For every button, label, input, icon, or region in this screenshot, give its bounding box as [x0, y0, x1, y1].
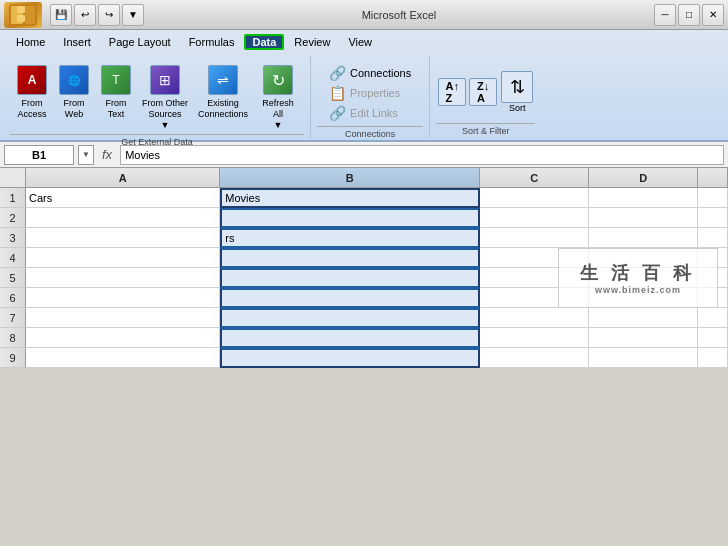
from-other-sources-button[interactable]: ⊞ From Other Sources ▼ [138, 62, 192, 132]
cell-e7 [698, 308, 728, 328]
cell-a1[interactable]: Cars [26, 188, 220, 208]
cell-a4[interactable] [26, 248, 220, 268]
sort-az-icon: A↑Z [438, 78, 466, 106]
sort-filter-group: A↑Z Z↓A ⇅ Sort Sort & Filter [430, 56, 541, 138]
from-other-sources-label: From Other Sources ▼ [142, 98, 188, 130]
svg-rect-4 [25, 6, 35, 24]
watermark-line1: 生 活 百 科 [580, 261, 695, 285]
from-web-button[interactable]: 🌐 From Web [54, 62, 94, 122]
row-number-8: 8 [0, 328, 26, 348]
cell-a6[interactable] [26, 288, 220, 308]
cell-e3 [698, 228, 728, 248]
name-box-dropdown[interactable]: ▼ [78, 145, 94, 165]
connections-label: Connections [350, 67, 411, 79]
formula-fx-icon: fx [102, 147, 112, 162]
cell-b7[interactable] [220, 308, 480, 328]
refresh-all-button[interactable]: ↻ Refresh All ▼ [254, 62, 302, 132]
customize-button[interactable]: ▼ [122, 4, 144, 26]
minimize-button[interactable]: ─ [654, 4, 676, 26]
row-number-4: 4 [0, 248, 26, 268]
sort-za-button[interactable]: Z↓A [469, 78, 497, 106]
undo-button[interactable]: ↩ [74, 4, 96, 26]
row-number-6: 6 [0, 288, 26, 308]
sort-button[interactable]: ⇅ Sort [501, 71, 533, 113]
cell-a2[interactable] [26, 208, 220, 228]
cell-d2[interactable] [589, 208, 698, 228]
col-header-c[interactable]: C [480, 168, 589, 188]
edit-links-icon: 🔗 [329, 105, 346, 121]
cell-b5[interactable] [220, 268, 480, 288]
from-access-button[interactable]: A From Access [12, 62, 52, 122]
table-row: 1 Cars Movies [0, 188, 728, 208]
row-number-2: 2 [0, 208, 26, 228]
cell-b8[interactable] [220, 328, 480, 348]
cell-c1[interactable] [480, 188, 589, 208]
get-external-data-group: A From Access 🌐 From Web [4, 56, 311, 138]
menu-home[interactable]: Home [8, 34, 53, 50]
cell-c7[interactable] [480, 308, 589, 328]
menu-page-layout[interactable]: Page Layout [101, 34, 179, 50]
from-text-button[interactable]: T From Text [96, 62, 136, 122]
menu-review[interactable]: Review [286, 34, 338, 50]
cell-d3[interactable] [589, 228, 698, 248]
table-row: 9 [0, 348, 728, 368]
sort-za-icon: Z↓A [469, 78, 497, 106]
dropdown-arrow-icon: ▼ [82, 150, 90, 159]
cell-d8[interactable] [589, 328, 698, 348]
watermark: 生 活 百 科 www.bimeiz.com [558, 248, 718, 308]
cell-e9 [698, 348, 728, 368]
sort-label: Sort [509, 103, 526, 113]
title-bar: 💾 ↩ ↪ ▼ Microsoft Excel ─ □ ✕ [0, 0, 728, 30]
cell-d7[interactable] [589, 308, 698, 328]
sort-filter-label: Sort & Filter [436, 123, 535, 136]
cell-a7[interactable] [26, 308, 220, 328]
restore-button[interactable]: □ [678, 4, 700, 26]
row-number-5: 5 [0, 268, 26, 288]
from-text-label: From Text [106, 98, 127, 120]
cell-b9[interactable] [220, 348, 480, 368]
save-button[interactable]: 💾 [50, 4, 72, 26]
existing-connections-icon: ⇌ [208, 65, 238, 95]
col-header-d[interactable]: D [589, 168, 698, 188]
close-button[interactable]: ✕ [702, 4, 724, 26]
properties-icon: 📋 [329, 85, 346, 101]
menu-data[interactable]: Data [244, 34, 284, 50]
ribbon-toolbar: A From Access 🌐 From Web [0, 54, 728, 140]
cell-b2[interactable] [220, 208, 480, 228]
from-text-icon: T [101, 65, 131, 95]
existing-connections-button[interactable]: ⇌ Existing Connections [194, 62, 252, 122]
cell-d9[interactable] [589, 348, 698, 368]
cell-c8[interactable] [480, 328, 589, 348]
cell-b3[interactable]: rs [220, 228, 480, 248]
col-header-b[interactable]: B [220, 168, 480, 188]
sort-az-button[interactable]: A↑Z [438, 78, 466, 106]
properties-button: 📋 Properties [325, 84, 415, 102]
cell-a3[interactable] [26, 228, 220, 248]
cell-e2 [698, 208, 728, 228]
cell-a8[interactable] [26, 328, 220, 348]
cell-b1[interactable]: Movies [220, 188, 480, 208]
cell-a9[interactable] [26, 348, 220, 368]
svg-rect-2 [17, 6, 25, 13]
cell-reference[interactable]: B1 [4, 145, 74, 165]
ribbon: Home Insert Page Layout Formulas Data Re… [0, 30, 728, 142]
col-header-a[interactable]: A [26, 168, 220, 188]
cell-a5[interactable] [26, 268, 220, 288]
cell-c9[interactable] [480, 348, 589, 368]
cell-c2[interactable] [480, 208, 589, 228]
col-header-more [698, 168, 728, 188]
connections-button[interactable]: 🔗 Connections [325, 64, 415, 82]
formula-input[interactable]: Movies [120, 145, 724, 165]
menu-view[interactable]: View [340, 34, 380, 50]
cell-b6[interactable] [220, 288, 480, 308]
menu-formulas[interactable]: Formulas [181, 34, 243, 50]
office-logo[interactable] [4, 2, 42, 28]
cell-c3[interactable] [480, 228, 589, 248]
redo-button[interactable]: ↪ [98, 4, 120, 26]
cell-b4[interactable] [220, 248, 480, 268]
cell-d1[interactable] [589, 188, 698, 208]
edit-links-button: 🔗 Edit Links [325, 104, 415, 122]
from-other-sources-icon: ⊞ [150, 65, 180, 95]
menu-insert[interactable]: Insert [55, 34, 99, 50]
table-row: 3 rs [0, 228, 728, 248]
